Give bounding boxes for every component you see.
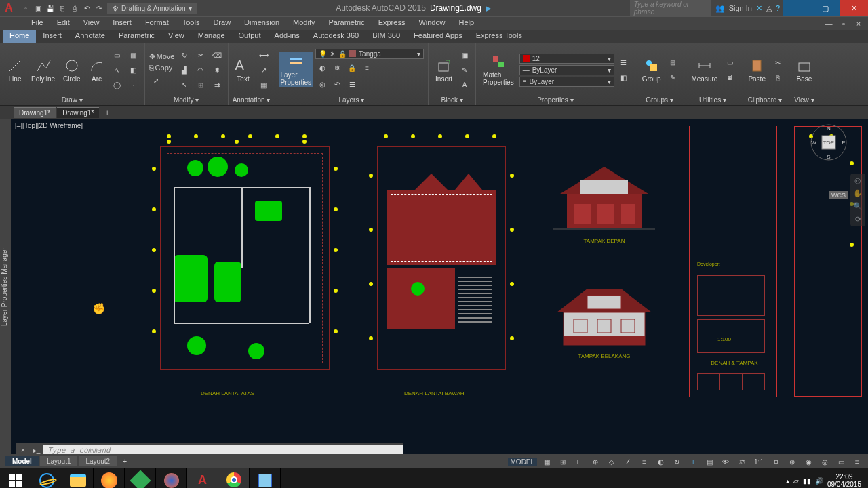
spline-icon[interactable]: ∿ — [111, 63, 124, 77]
layout-tab[interactable]: Layout1 — [40, 456, 78, 466]
app-logo[interactable]: A — [0, 0, 18, 16]
polar-icon[interactable]: ⊕ — [589, 455, 602, 468]
system-tray[interactable]: ▴ ▱ ▮▮ 🔊 22:09 09/04/2015 — [786, 473, 868, 488]
edit-block-icon[interactable]: ✎ — [458, 63, 471, 77]
hatch-icon[interactable]: ▦ — [127, 48, 140, 62]
mirror-icon[interactable]: ▟ — [178, 63, 191, 77]
trim-icon[interactable]: ✂ — [194, 48, 208, 62]
attr-icon[interactable]: A — [458, 78, 471, 92]
layer-properties-button[interactable]: Layer Properties — [279, 52, 313, 87]
autocad-task-icon[interactable]: A — [187, 468, 218, 488]
leader-icon[interactable]: ↗ — [257, 63, 271, 77]
tab-express[interactable]: Express Tools — [469, 30, 529, 43]
otrack-icon[interactable]: ∠ — [621, 455, 635, 468]
scale-dropdown[interactable]: 1:1 — [751, 458, 766, 466]
color-dropdown[interactable]: 12▾ — [519, 54, 614, 64]
close-button[interactable]: ✕ — [840, 0, 868, 16]
menu-dimension[interactable]: Dimension — [237, 17, 286, 30]
circle-button[interactable]: Circle — [60, 58, 83, 83]
arc-button[interactable]: Arc — [86, 58, 108, 83]
add-layout-button[interactable]: + — [118, 454, 132, 468]
menu-express[interactable]: Express — [372, 17, 412, 30]
wcs-label[interactable]: WCS — [829, 191, 848, 199]
start-button[interactable] — [0, 468, 31, 488]
anno-scale-icon[interactable]: ⚖ — [735, 455, 749, 468]
menu-edit[interactable]: Edit — [50, 17, 77, 30]
menu-view[interactable]: View — [77, 17, 106, 30]
clock[interactable]: 22:09 09/04/2015 — [827, 473, 861, 488]
autodesk360-icon[interactable]: ◬ — [766, 4, 772, 13]
menu-help[interactable]: Help — [452, 17, 481, 30]
scale-icon[interactable]: ⤡ — [178, 78, 191, 92]
group-button[interactable]: Group — [639, 58, 664, 83]
ie-icon[interactable] — [31, 468, 62, 488]
array-icon[interactable]: ⊞ — [194, 78, 208, 92]
saveas-icon[interactable]: ⎘ — [57, 3, 68, 14]
cycle-icon[interactable]: ↻ — [670, 455, 684, 468]
steering-wheel-icon[interactable]: ◎ — [854, 176, 861, 185]
menu-format[interactable]: Format — [138, 17, 176, 30]
exchange-icon[interactable]: ✕ — [756, 4, 762, 13]
customize-icon[interactable]: ≡ — [850, 455, 864, 468]
doc-close-button[interactable]: × — [852, 17, 865, 30]
volume-icon[interactable]: 🔊 — [815, 477, 823, 485]
tab-a360[interactable]: Autodesk 360 — [307, 30, 366, 43]
offset-icon[interactable]: ⇉ — [210, 78, 224, 92]
explorer-icon[interactable] — [62, 468, 94, 488]
layer-dropdown[interactable]: 💡☀🔒 Tangga▾ — [315, 49, 424, 59]
ungroup-icon[interactable]: ⊟ — [666, 56, 679, 69]
group-edit-icon[interactable]: ✎ — [666, 70, 679, 84]
select-icon[interactable]: ▭ — [723, 56, 736, 69]
plot-icon[interactable]: ⎙ — [69, 3, 80, 14]
model-tab[interactable]: Model — [5, 456, 39, 466]
maximize-button[interactable]: ▢ — [811, 0, 840, 16]
menu-tools[interactable]: Tools — [176, 17, 207, 30]
cut-icon[interactable]: ✂ — [771, 56, 785, 69]
help-icon[interactable]: ? — [776, 4, 780, 12]
infocenter-icon[interactable]: 👥 — [715, 4, 725, 13]
tab-insert[interactable]: Insert — [36, 30, 68, 43]
tray-up-icon[interactable]: ▴ — [786, 477, 789, 485]
layer-freeze-icon[interactable]: ❄ — [330, 62, 344, 75]
rotate-icon[interactable]: ↻ — [178, 48, 191, 62]
line-button[interactable]: Line — [4, 58, 26, 83]
measure-button[interactable]: Measure — [688, 58, 720, 83]
doc-restore-button[interactable]: ▫ — [837, 17, 850, 30]
tab-bim360[interactable]: BIM 360 — [366, 30, 407, 43]
rectangle-icon[interactable]: ▭ — [111, 48, 124, 62]
navigation-bar[interactable]: ◎ ✋ 🔍 ⟳ — [850, 174, 865, 226]
fillet-icon[interactable]: ◠ — [194, 63, 208, 77]
copy-clip-icon[interactable]: ⎘ — [771, 70, 785, 84]
calc-icon[interactable]: 🖩 — [723, 70, 736, 84]
menu-draw[interactable]: Draw — [206, 17, 237, 30]
network-icon[interactable]: ▮▮ — [803, 477, 811, 485]
polyline-button[interactable]: Polyline — [28, 58, 58, 83]
qprops-icon[interactable]: ▤ — [703, 455, 716, 468]
orbit-icon[interactable]: ⟳ — [855, 215, 861, 224]
zoom-icon[interactable]: 🔍 — [853, 202, 863, 211]
panel-label[interactable]: Draw ▾ — [4, 95, 140, 105]
undo-icon[interactable]: ↶ — [81, 3, 92, 14]
layout-tab[interactable]: Layout2 — [79, 456, 117, 466]
explode-icon[interactable]: ✸ — [210, 63, 224, 77]
viewport-label[interactable]: [–][Top][2D Wireframe] — [15, 122, 83, 129]
ellipse-icon[interactable]: ◯ — [111, 78, 124, 92]
match-props-button[interactable]: Match Properties — [480, 54, 517, 86]
tab-parametric[interactable]: Parametric — [112, 30, 161, 43]
layer-manager-palette[interactable]: Layer Properties Manager — [0, 119, 11, 454]
new-icon[interactable]: ▫ — [20, 3, 31, 14]
minimize-button[interactable]: — — [783, 0, 811, 16]
help-search-input[interactable]: Type a keyword or phrase — [630, 0, 711, 17]
anno-vis-icon[interactable]: 👁 — [719, 455, 732, 468]
copy-button[interactable]: ⎘Copy — [149, 64, 175, 72]
lineweight-dropdown[interactable]: ≡ByLayer▾ — [519, 77, 614, 87]
lweight-icon[interactable]: ≡ — [637, 455, 651, 468]
point-icon[interactable]: · — [127, 78, 140, 92]
model-badge[interactable]: MODEL — [508, 458, 538, 466]
workspace-dropdown[interactable]: ⚙ Drafting & Annotation ▾ — [107, 3, 197, 14]
menu-modify[interactable]: Modify — [286, 17, 321, 30]
tab-view[interactable]: View — [161, 30, 191, 43]
doc-tab[interactable]: Drawing1* — [57, 107, 99, 118]
clean-screen-icon[interactable]: ▭ — [834, 455, 848, 468]
create-block-icon[interactable]: ▣ — [458, 48, 471, 62]
